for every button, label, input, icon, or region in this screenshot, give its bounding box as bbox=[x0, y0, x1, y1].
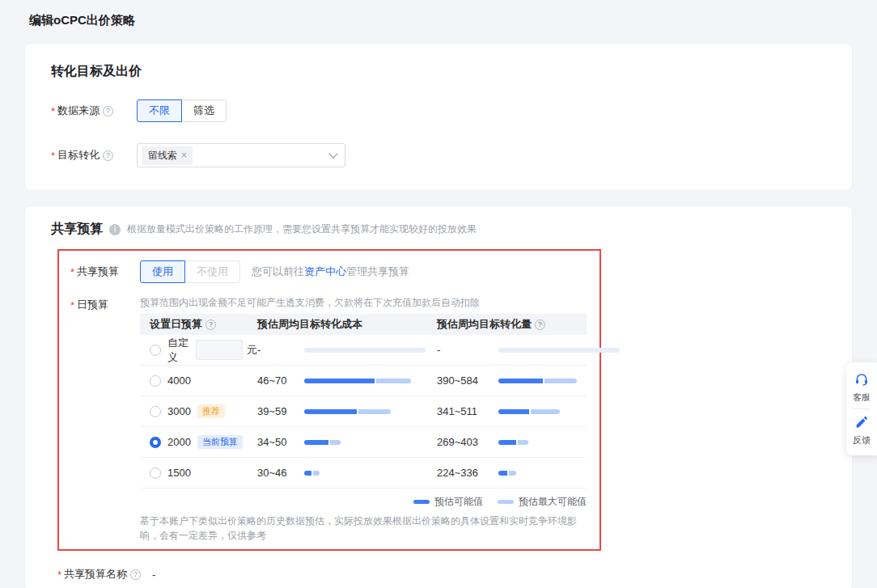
volume-estimate-value: - bbox=[437, 344, 498, 356]
estimate-bar-light bbox=[330, 440, 341, 445]
legend-swatch-dark bbox=[413, 500, 430, 504]
budget-card: 共享预算 i 根据放量模式出价策略的工作原理，需要您设置共享预算才能实现较好的投… bbox=[24, 205, 853, 588]
budget-card-header: 共享预算 i 根据放量模式出价策略的工作原理，需要您设置共享预算才能实现较好的投… bbox=[51, 221, 826, 238]
budget-radio[interactable] bbox=[150, 406, 161, 417]
help-icon[interactable]: ? bbox=[535, 319, 545, 330]
header-text: 设置日预算 bbox=[150, 317, 202, 332]
conversion-card-title: 转化目标及出价 bbox=[51, 63, 826, 80]
shared-budget-hint: 您可以前往资产中心管理共享预算 bbox=[252, 264, 409, 279]
budget-option-cell: 4000 bbox=[140, 374, 257, 387]
daily-budget-label-text: 日预算 bbox=[77, 298, 108, 312]
help-icon[interactable]: ? bbox=[130, 569, 141, 580]
cost-estimate-cell: 39~59 bbox=[257, 405, 437, 417]
estimate-bar-light bbox=[304, 348, 426, 353]
header-estimated-cost: 预估周均目标转化成本 bbox=[257, 317, 437, 332]
header-text: 预估周均目标转化成本 bbox=[257, 317, 362, 332]
conversion-tag-label: 留线索 bbox=[148, 149, 177, 163]
shared-budget-label-text: 共享预算 bbox=[77, 264, 119, 279]
budget-radio[interactable] bbox=[150, 345, 161, 356]
headset-icon bbox=[854, 372, 869, 389]
legend-swatch-light bbox=[498, 500, 514, 504]
budget-option-cell: 自定义元 bbox=[140, 336, 257, 365]
required-asterisk: * bbox=[51, 150, 55, 162]
cost-estimate-value: 46~70 bbox=[257, 374, 304, 387]
cost-estimate-cell: - bbox=[257, 344, 437, 356]
ocpc-edit-page: 编辑oCPC出价策略 转化目标及出价 * 数据来源 ? 不限 筛选 * 目标转化… bbox=[0, 0, 877, 588]
estimate-bar-light bbox=[358, 409, 391, 414]
daily-budget-content: 预算范围内出现金额不足可能产生透支消费，欠款将在下次充值加款后自动扣除 设置日预… bbox=[140, 296, 587, 543]
volume-estimate-value: 269~403 bbox=[437, 436, 498, 448]
volume-estimate-cell: - bbox=[437, 344, 587, 356]
daily-budget-hint: 预算范围内出现金额不足可能产生透支消费，欠款将在下次充值加款后自动扣除 bbox=[140, 296, 587, 310]
budget-badge: 当前预算 bbox=[197, 435, 243, 449]
budget-option-cell: 2000当前预算 bbox=[140, 435, 257, 449]
cost-estimate-cell: 30~46 bbox=[257, 467, 437, 479]
estimate-bar-light bbox=[531, 409, 560, 414]
volume-estimate-cell: 269~403 bbox=[437, 436, 587, 448]
budget-card-subtitle: 根据放量模式出价策略的工作原理，需要您设置共享预算才能实现较好的投放效果 bbox=[127, 222, 477, 236]
estimate-bar-dark bbox=[498, 471, 507, 476]
shared-budget-option-use[interactable]: 使用 bbox=[140, 260, 185, 283]
estimate-bar bbox=[304, 440, 341, 445]
target-conversion-select[interactable]: 留线索 × bbox=[137, 143, 345, 167]
help-icon[interactable]: ? bbox=[103, 150, 113, 161]
cost-estimate-value: 30~46 bbox=[257, 467, 304, 479]
data-source-toggle: 不限 筛选 bbox=[137, 99, 227, 122]
help-icon[interactable]: ? bbox=[205, 319, 216, 330]
daily-budget-label: * 日预算 bbox=[70, 296, 129, 312]
budget-radio[interactable] bbox=[150, 467, 161, 479]
volume-estimate-value: 341~511 bbox=[437, 405, 498, 417]
estimate-bar-dark bbox=[498, 440, 516, 445]
cost-estimate-value: 34~50 bbox=[257, 436, 304, 448]
estimate-bar-light bbox=[544, 379, 577, 383]
chevron-down-icon bbox=[328, 149, 337, 158]
budget-table-row: 自定义元-- bbox=[140, 335, 587, 366]
budget-radio[interactable] bbox=[150, 437, 161, 448]
legend-item-max-possible: 预估最大可能值 bbox=[498, 495, 587, 509]
budget-table-header: 设置日预算 ? 预估周均目标转化成本 预估周均目标转化量 ? bbox=[140, 314, 587, 335]
target-conversion-row: * 目标转化 ? 留线索 × bbox=[51, 143, 826, 167]
budget-card-title: 共享预算 bbox=[51, 221, 103, 238]
customer-service-button[interactable]: 客服 bbox=[853, 366, 871, 408]
conversion-tag: 留线索 × bbox=[142, 146, 193, 165]
hint-suffix: 管理共享预算 bbox=[346, 265, 409, 277]
budget-radio[interactable] bbox=[150, 375, 161, 387]
budget-amount-label: 3000 bbox=[167, 405, 191, 417]
volume-estimate-value: 390~584 bbox=[437, 374, 498, 387]
budget-amount-label: 2000 bbox=[167, 436, 191, 448]
estimate-bar-dark bbox=[304, 471, 311, 476]
volume-estimate-cell: 390~584 bbox=[437, 374, 587, 387]
help-icon[interactable]: ? bbox=[103, 106, 113, 116]
feedback-button[interactable]: 反馈 bbox=[853, 409, 871, 451]
info-icon[interactable]: i bbox=[109, 224, 121, 235]
estimate-bar-dark bbox=[498, 379, 543, 383]
shared-budget-option-no-use[interactable]: 不使用 bbox=[184, 260, 240, 283]
legend-label: 预估可能值 bbox=[434, 495, 483, 509]
budget-amount-label: 4000 bbox=[167, 374, 191, 387]
hint-prefix: 您可以前往 bbox=[252, 265, 304, 277]
budget-amount-label: 1500 bbox=[167, 467, 191, 479]
required-asterisk: * bbox=[57, 569, 61, 581]
asset-center-link[interactable]: 资产中心 bbox=[304, 265, 346, 277]
data-source-label: * 数据来源 ? bbox=[51, 104, 125, 118]
header-text: 预估周均目标转化量 bbox=[437, 317, 532, 332]
shared-budget-segmented: 使用 不使用 bbox=[140, 260, 240, 283]
budget-option-cell: 1500 bbox=[140, 467, 257, 479]
page-title: 编辑oCPC出价策略 bbox=[0, 0, 877, 28]
cost-estimate-cell: 46~70 bbox=[257, 374, 437, 387]
budget-name-label: 共享预算名称 bbox=[64, 567, 127, 582]
estimate-bar bbox=[498, 440, 528, 445]
budget-table-row: 150030~46224~336 bbox=[140, 458, 587, 489]
data-source-option-unlimited[interactable]: 不限 bbox=[137, 99, 182, 122]
tag-close-icon[interactable]: × bbox=[181, 150, 187, 160]
header-set-daily-budget: 设置日预算 ? bbox=[140, 317, 257, 332]
estimate-bar bbox=[498, 409, 560, 414]
cost-estimate-cell: 34~50 bbox=[257, 436, 437, 448]
data-source-option-filter[interactable]: 筛选 bbox=[181, 99, 227, 122]
budget-badge: 推荐 bbox=[197, 404, 225, 418]
required-asterisk: * bbox=[51, 105, 55, 117]
daily-budget-row: * 日预算 预算范围内出现金额不足可能产生透支消费，欠款将在下次充值加款后自动扣… bbox=[70, 296, 587, 543]
data-source-row: * 数据来源 ? 不限 筛选 bbox=[51, 99, 826, 122]
custom-budget-input[interactable] bbox=[196, 340, 243, 360]
legend-item-possible: 预估可能值 bbox=[413, 495, 483, 509]
